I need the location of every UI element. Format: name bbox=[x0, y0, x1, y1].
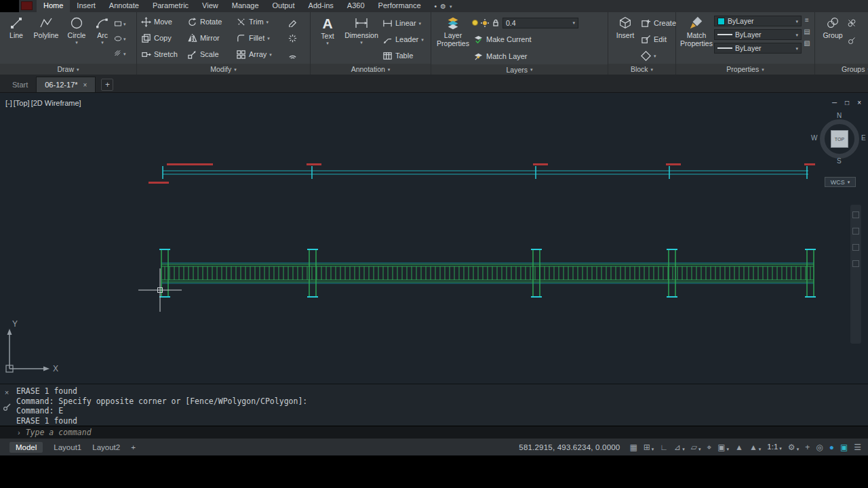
linear-button[interactable]: Linear ▾ bbox=[381, 15, 425, 31]
snap-icon[interactable]: ⊞▾ bbox=[644, 443, 654, 451]
leader-button[interactable]: Leader ▾ bbox=[381, 31, 425, 47]
layer-transparency-dropdown[interactable]: 0.4 ▾ bbox=[502, 18, 578, 28]
minimize-icon[interactable]: ─ bbox=[832, 99, 837, 106]
properties-palette-icon[interactable]: ▤ bbox=[804, 28, 810, 35]
ribbon-tab-insert[interactable]: Insert bbox=[70, 0, 102, 12]
ungroup-button[interactable] bbox=[848, 16, 856, 30]
annotation-monitor-icon[interactable]: + bbox=[805, 443, 810, 451]
layout-tab-model[interactable]: Model bbox=[9, 442, 43, 453]
viewcube-west[interactable]: W bbox=[811, 134, 817, 142]
osnap-icon[interactable]: ▣▾ bbox=[717, 443, 729, 451]
match-properties-button[interactable]: Match Properties bbox=[679, 14, 714, 64]
ortho-icon[interactable]: ∟ bbox=[660, 443, 668, 451]
hatch-tool-button[interactable]: ▾ bbox=[114, 47, 126, 60]
rotate-button[interactable]: Rotate bbox=[186, 14, 235, 30]
nav-zoom-icon[interactable] bbox=[852, 244, 859, 251]
file-tab-start[interactable]: Start bbox=[4, 77, 36, 92]
new-drawing-tab-button[interactable]: + bbox=[101, 79, 113, 91]
layer-properties-button[interactable]: Layer Properties bbox=[434, 14, 472, 64]
wcs-dropdown[interactable]: WCS ▾ bbox=[825, 177, 856, 187]
viewport-menu-button[interactable]: [-] bbox=[5, 99, 12, 107]
define-attributes-button[interactable]: ▾ bbox=[639, 47, 677, 64]
navigation-bar[interactable] bbox=[850, 205, 861, 344]
match-layer-button[interactable]: Match Layer bbox=[472, 48, 606, 64]
erase-button[interactable] bbox=[286, 14, 304, 30]
ellipse-tool-button[interactable]: ▾ bbox=[114, 32, 126, 45]
customize-icon[interactable]: ☰ bbox=[854, 443, 861, 451]
layer-lock-icon[interactable] bbox=[492, 19, 500, 27]
file-tab-close-icon[interactable]: × bbox=[83, 81, 87, 89]
viewcube-south[interactable]: S bbox=[837, 157, 842, 165]
layer-on-off-icon[interactable] bbox=[472, 20, 478, 26]
osnap-tracking-icon[interactable]: ⌖ bbox=[707, 443, 711, 451]
edit-block-button[interactable]: Edit bbox=[639, 31, 677, 47]
command-customize-wrench-icon[interactable] bbox=[3, 403, 11, 411]
layout-tab-new-layout[interactable]: + bbox=[131, 443, 136, 451]
dimension-button[interactable]: Dimension ▾ bbox=[342, 14, 381, 64]
ribbon-tab-annotate[interactable]: Annotate bbox=[102, 0, 146, 12]
workspace-gear-icon[interactable]: ⚙▾ bbox=[788, 443, 799, 451]
restore-icon[interactable]: □ bbox=[845, 99, 849, 106]
explode-button[interactable] bbox=[286, 30, 304, 46]
panel-label-draw[interactable]: Draw ▾ bbox=[0, 64, 136, 75]
nav-wheel-icon[interactable] bbox=[852, 211, 859, 218]
text-button[interactable]: A Text ▾ bbox=[313, 14, 342, 64]
ribbon-tab-home[interactable]: Home bbox=[37, 0, 70, 12]
ribbon-tab-view[interactable]: View bbox=[195, 0, 225, 12]
viewcube-east[interactable]: E bbox=[861, 134, 866, 142]
command-window[interactable]: × ERASE 1 foundCommand: Specify opposite… bbox=[0, 384, 868, 438]
group-button[interactable]: Group bbox=[818, 14, 848, 64]
command-input[interactable]: Type a command bbox=[26, 428, 92, 437]
annotation-scale[interactable]: 1:1▾ bbox=[767, 443, 782, 451]
viewport-view-button[interactable]: [Top] bbox=[14, 99, 30, 107]
table-button[interactable]: Table bbox=[381, 47, 425, 64]
annotation-visibility-icon[interactable]: ▲ bbox=[735, 443, 743, 451]
viewcube-top-face[interactable]: TOP bbox=[831, 130, 848, 148]
panel-label-block[interactable]: Block ▾ bbox=[608, 64, 675, 75]
polar-tracking-icon[interactable]: ⊿▾ bbox=[674, 443, 685, 451]
command-input-row[interactable]: › Type a command bbox=[0, 426, 868, 439]
properties-more-icon[interactable]: ▧ bbox=[804, 39, 810, 47]
line-button[interactable]: Line bbox=[3, 14, 30, 64]
scale-button[interactable]: Scale bbox=[186, 46, 235, 62]
isolate-objects-icon[interactable]: ◎ bbox=[816, 443, 823, 451]
grid-icon[interactable]: ▦ bbox=[629, 443, 637, 451]
mirror-button[interactable]: Mirror bbox=[186, 30, 235, 46]
stretch-button[interactable]: Stretch bbox=[140, 46, 186, 62]
linetype-dropdown[interactable]: ByLayer ▾ bbox=[714, 43, 802, 54]
panel-label-properties[interactable]: Properties ▾ bbox=[676, 64, 814, 75]
copy-button[interactable]: Copy bbox=[140, 30, 186, 46]
ribbon-tab-parametric[interactable]: Parametric bbox=[146, 0, 195, 12]
arc-button[interactable]: Arc ▾ bbox=[91, 14, 114, 64]
create-block-button[interactable]: Create bbox=[639, 15, 677, 31]
ribbon-tab-a360[interactable]: A360 bbox=[340, 0, 372, 12]
insert-block-button[interactable]: Insert bbox=[611, 14, 639, 64]
panel-label-layers[interactable]: Layers ▾ bbox=[431, 64, 608, 75]
trim-button[interactable]: Trim ▾ bbox=[235, 14, 286, 30]
panel-label-groups[interactable]: Groups ▾ bbox=[815, 64, 868, 75]
gear-icon[interactable]: ⚙ bbox=[440, 3, 446, 10]
ribbon-tab-performance[interactable]: Performance bbox=[372, 0, 428, 12]
autoscale-icon[interactable]: ▲▾ bbox=[749, 443, 761, 451]
fillet-button[interactable]: Fillet ▾ bbox=[235, 30, 286, 46]
viewcube-north[interactable]: N bbox=[837, 112, 842, 119]
nav-pan-icon[interactable] bbox=[852, 228, 859, 235]
layout-tab-layout1[interactable]: Layout1 bbox=[54, 443, 81, 451]
command-close-icon[interactable]: × bbox=[5, 388, 9, 396]
viewport-style-button[interactable]: [2D Wireframe] bbox=[31, 99, 81, 107]
panel-label-modify[interactable]: Modify ▾ bbox=[137, 64, 310, 75]
polyline-button[interactable]: Polyline bbox=[30, 14, 62, 64]
nav-orbit-icon[interactable] bbox=[852, 260, 859, 267]
make-current-button[interactable]: Make Current bbox=[472, 31, 606, 47]
ribbon-tab-add-ins[interactable]: Add-ins bbox=[302, 0, 340, 12]
move-button[interactable]: Move bbox=[140, 14, 186, 30]
properties-list-icon[interactable]: ≡ bbox=[805, 16, 809, 24]
close-icon[interactable]: × bbox=[857, 99, 861, 106]
object-color-dropdown[interactable]: ByLayer ▾ bbox=[714, 16, 802, 26]
circle-button[interactable]: Circle ▾ bbox=[62, 14, 91, 64]
viewcube[interactable]: N W S E TOP bbox=[818, 115, 861, 164]
modify-more-button[interactable] bbox=[286, 46, 304, 62]
rectangle-tool-button[interactable]: ▾ bbox=[114, 17, 126, 30]
layout-tab-layout2[interactable]: Layout2 bbox=[92, 443, 120, 451]
layer-freeze-icon[interactable] bbox=[481, 19, 489, 27]
